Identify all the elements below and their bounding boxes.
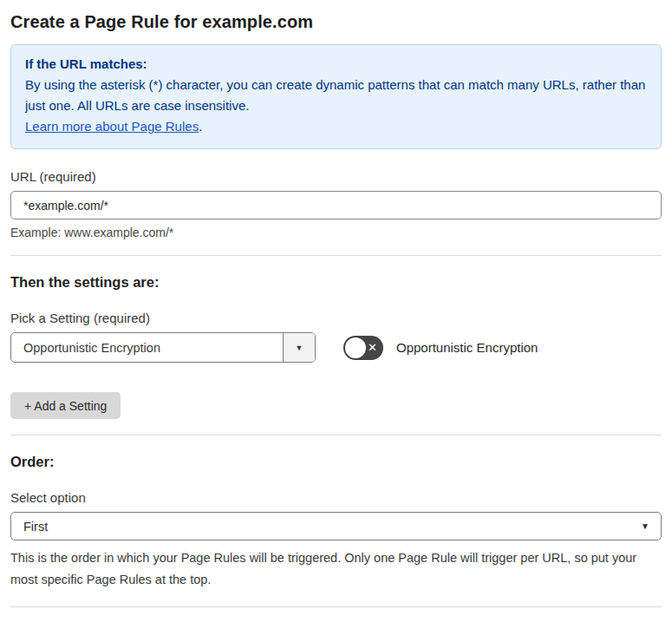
create-page-rule-form: Create a Page Rule for example.com If th… — [0, 0, 672, 622]
notice-link-line: Learn more about Page Rules. — [25, 116, 647, 137]
chevron-down-icon: ▼ — [641, 521, 649, 531]
divider — [10, 255, 662, 256]
notice-link-suffix: . — [199, 119, 202, 134]
learn-more-link[interactable]: Learn more about Page Rules — [25, 119, 199, 134]
divider — [10, 606, 662, 607]
chevron-down-icon: ▼ — [296, 344, 303, 352]
add-setting-button[interactable]: + Add a Setting — [10, 392, 121, 419]
order-select[interactable]: First ▼ — [10, 512, 662, 540]
divider — [10, 435, 662, 435]
order-select-value: First — [23, 520, 48, 534]
url-field-label: URL (required) — [10, 169, 662, 184]
toggle-label: Opportunistic Encryption — [396, 340, 538, 355]
url-match-notice: If the URL matches: By using the asteris… — [10, 44, 662, 149]
opportunistic-encryption-toggle[interactable]: ✕ — [343, 336, 383, 360]
order-select-label: Select option — [10, 490, 662, 505]
pick-setting-label: Pick a Setting (required) — [10, 311, 662, 325]
page-title: Create a Page Rule for example.com — [10, 12, 662, 32]
setting-dropdown-value: Opportunistic Encryption — [11, 333, 283, 362]
order-help-text: This is the order in which your Page Rul… — [10, 547, 662, 591]
setting-row: Opportunistic Encryption ▼ ✕ Opportunist… — [10, 332, 662, 363]
notice-heading: If the URL matches: — [25, 54, 647, 75]
setting-dropdown[interactable]: Opportunistic Encryption ▼ — [10, 332, 316, 363]
notice-body: By using the asterisk (*) character, you… — [25, 75, 647, 116]
toggle-knob — [345, 337, 366, 358]
order-section-heading: Order: — [10, 454, 662, 470]
url-input[interactable] — [10, 191, 662, 219]
settings-section-heading: Then the settings are: — [10, 274, 662, 291]
toggle-off-x-icon: ✕ — [368, 342, 377, 353]
setting-dropdown-arrow-button[interactable]: ▼ — [283, 333, 315, 362]
url-example-helper: Example: www.example.com/* — [10, 226, 662, 239]
